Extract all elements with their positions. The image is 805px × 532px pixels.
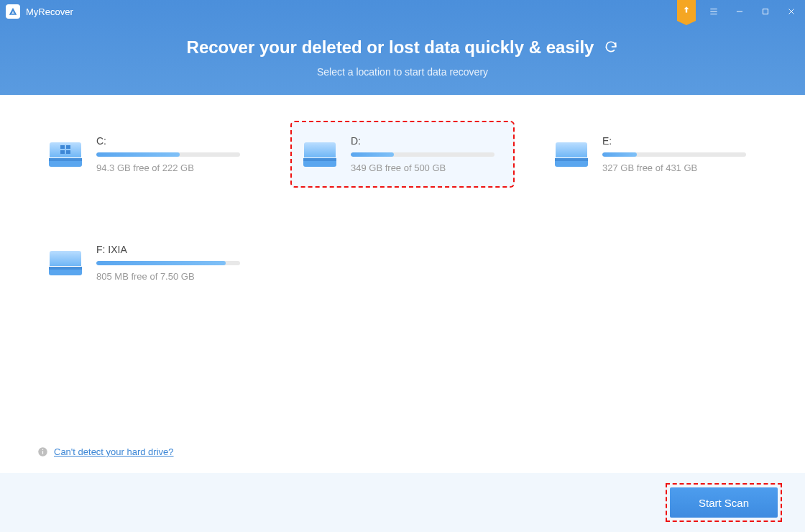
drive-label: F: IXIA [96, 244, 252, 255]
drive-info: D: 349 GB free of 500 GB [351, 135, 503, 173]
detect-link[interactable]: Can't detect your hard drive? [54, 446, 174, 457]
app-title: MyRecover [26, 6, 73, 17]
svg-rect-14 [49, 158, 82, 161]
drive-usage-bar [602, 152, 746, 157]
drive-icon [47, 248, 83, 278]
drive-info: F: IXIA 805 MB free of 7.50 GB [96, 244, 252, 282]
hero-title-row: Recover your deleted or lost data quickl… [187, 37, 619, 58]
drive-label: E: [602, 135, 758, 147]
detect-link-row: Can't detect your hard drive? [37, 446, 174, 457]
main-body: C: 94.3 GB free of 222 GB D: 349 GB free… [0, 95, 805, 473]
hero-subtitle: Select a location to start data recovery [0, 66, 805, 78]
maximize-button[interactable] [758, 4, 773, 19]
close-icon [786, 6, 796, 17]
hero-title: Recover your deleted or lost data quickl… [187, 37, 594, 58]
hero: Recover your deleted or lost data quickl… [0, 23, 805, 78]
drive-icon [47, 139, 83, 170]
drive-grid: C: 94.3 GB free of 222 GB D: 349 GB free… [37, 121, 768, 295]
drive-usage-fill [602, 152, 637, 157]
header: A MyRecover [0, 0, 805, 95]
drive-label: C: [96, 135, 252, 147]
drive-usage-fill [351, 152, 394, 157]
drive-info: C: 94.3 GB free of 222 GB [96, 135, 252, 173]
drive-usage-fill [96, 261, 226, 265]
drive-item-d[interactable]: D: 349 GB free of 500 GB [290, 121, 515, 188]
refresh-icon[interactable] [604, 40, 618, 55]
info-icon [37, 446, 48, 457]
drive-usage-bar [96, 261, 240, 265]
svg-rect-23 [42, 449, 43, 450]
svg-rect-16 [303, 158, 336, 161]
drive-free-text: 349 GB free of 500 GB [351, 162, 503, 173]
upload-icon [681, 5, 691, 15]
footer: Start Scan [0, 473, 805, 532]
minimize-icon [735, 6, 745, 17]
svg-rect-18 [555, 158, 588, 161]
maximize-icon [760, 6, 770, 17]
svg-rect-6 [763, 9, 768, 14]
drive-usage-bar [351, 152, 494, 157]
close-button[interactable] [783, 4, 799, 19]
app-window: A MyRecover [0, 0, 805, 532]
svg-rect-9 [60, 145, 65, 149]
start-scan-highlight: Start Scan [666, 483, 782, 522]
drive-free-text: 805 MB free of 7.50 GB [96, 271, 252, 282]
upgrade-badge[interactable] [677, 0, 696, 21]
svg-rect-10 [66, 145, 70, 149]
menu-button[interactable] [706, 4, 722, 19]
drive-icon [302, 139, 338, 170]
svg-rect-22 [42, 451, 43, 454]
titlebar-controls [677, 1, 799, 22]
minimize-button[interactable] [732, 4, 748, 19]
app-logo-icon: A [6, 4, 20, 19]
drive-free-text: 327 GB free of 431 GB [602, 162, 758, 173]
menu-icon [709, 6, 719, 17]
svg-rect-12 [66, 150, 70, 154]
drive-icon [553, 139, 589, 170]
drive-free-text: 94.3 GB free of 222 GB [96, 162, 252, 173]
svg-rect-20 [49, 267, 82, 270]
titlebar: A MyRecover [0, 0, 805, 23]
drive-info: E: 327 GB free of 431 GB [602, 135, 758, 173]
drive-item-fixia[interactable]: F: IXIA 805 MB free of 7.50 GB [37, 231, 262, 295]
drive-usage-fill [96, 152, 180, 157]
svg-rect-11 [60, 150, 65, 154]
drive-label: D: [351, 135, 503, 147]
drive-usage-bar [96, 152, 240, 157]
drive-item-c[interactable]: C: 94.3 GB free of 222 GB [37, 121, 262, 188]
start-scan-button[interactable]: Start Scan [670, 487, 778, 518]
drive-item-e[interactable]: E: 327 GB free of 431 GB [543, 121, 768, 188]
